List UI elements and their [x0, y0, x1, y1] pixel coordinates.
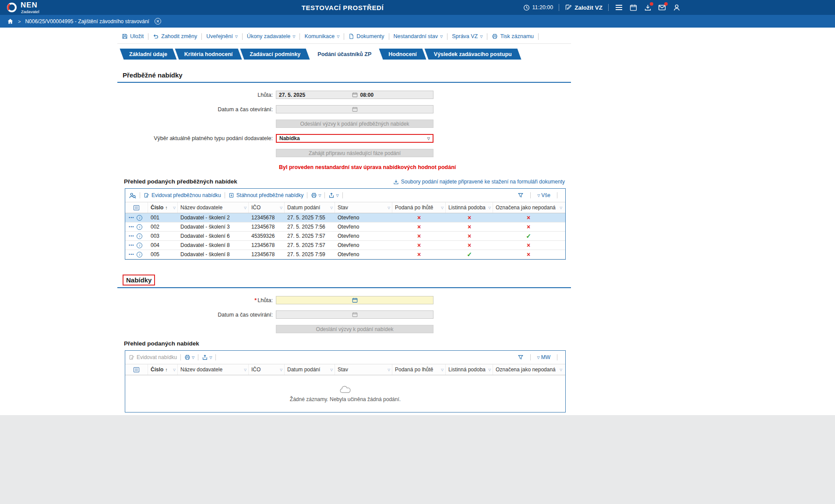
filter-button[interactable] — [518, 192, 524, 198]
export-icon — [328, 192, 335, 198]
table-row[interactable]: ••• i 005 Dodavatel - školení 8 12345678… — [125, 250, 565, 259]
table-row[interactable]: ••• i 001 Dodavatel - školení 2 12345678… — [125, 213, 565, 222]
column-filter-icon[interactable]: ▽ — [441, 206, 444, 210]
divider — [225, 192, 225, 198]
column-header-nazev-dodavatele[interactable]: Název dodavatele ▽ — [178, 202, 249, 213]
tab-kriteria-hodnoceni[interactable]: Kritéria hodnocení — [177, 49, 240, 60]
user-profile-button[interactable] — [672, 3, 681, 12]
print-table-button[interactable]: ▽ — [311, 192, 321, 198]
print-table-button[interactable]: ▽ — [184, 354, 194, 360]
calendar-button[interactable] — [629, 3, 638, 12]
column-filter-icon[interactable]: ▽ — [560, 368, 562, 372]
column-header-stav[interactable]: Stav ▽ — [335, 364, 392, 375]
nen-logo[interactable]: NEN Zadavatel — [6, 1, 39, 14]
filter-scope-select[interactable]: ▽ Vše — [537, 192, 550, 198]
column-settings-button[interactable] — [125, 202, 148, 213]
documents-button[interactable]: Dokumenty — [348, 33, 385, 39]
tab-hodnoceni[interactable]: Hodnocení — [381, 49, 424, 60]
deadline-field[interactable]: 27. 5. 2025 08:00 — [276, 91, 433, 99]
column-filter-icon[interactable]: ▽ — [330, 206, 333, 210]
tab-zadavaci-podminky[interactable]: Zadávací podmínky — [242, 49, 308, 60]
close-record-button[interactable] — [155, 18, 161, 25]
save-button[interactable]: Uložit — [121, 33, 144, 39]
table-row[interactable]: ••• i 002 Dodavatel - školení 3 12345678… — [125, 222, 565, 232]
divider — [530, 354, 531, 360]
breadcrumb-item[interactable]: N006/25/V00004995 - Zajištění závodního … — [25, 18, 149, 25]
brand-name: NEN — [21, 1, 39, 9]
column-filter-icon[interactable]: ▽ — [388, 368, 390, 372]
column-header-podana-po-lhute[interactable]: Podaná po lhůtě ▽ — [392, 364, 446, 375]
column-filter-icon[interactable]: ▽ — [244, 368, 247, 372]
table-row[interactable]: ••• i 004 Dodavatel - školení 8 12345678… — [125, 241, 565, 250]
table-row[interactable]: ••• i 003 Dodavatel - školení 6 45359326… — [125, 232, 565, 241]
column-header-listinna-podoba[interactable]: Listinná podoba ▽ — [446, 364, 493, 375]
row-info-icon[interactable]: i — [137, 252, 142, 257]
column-filter-icon[interactable]: ▽ — [560, 206, 562, 210]
column-filter-icon[interactable]: ▽ — [330, 368, 333, 372]
column-header-datum-podani[interactable]: Datum podání ▽ — [285, 202, 335, 213]
calendar-picker-icon[interactable] — [352, 297, 358, 303]
calendar-picker-icon[interactable] — [352, 92, 358, 98]
row-menu-icon[interactable]: ••• — [129, 252, 134, 257]
chevron-down-icon: ▽ — [427, 137, 430, 141]
home-button[interactable] — [7, 18, 14, 25]
column-filter-icon[interactable]: ▽ — [388, 206, 390, 210]
filter-button[interactable] — [518, 354, 524, 360]
column-filter-icon[interactable]: ▽ — [280, 368, 282, 372]
column-header-cislo[interactable]: Číslo↑ ▽ — [148, 364, 178, 375]
submission-files-link[interactable]: Soubory podání najdete připravené ke sta… — [393, 179, 565, 185]
row-info-icon[interactable]: i — [137, 243, 142, 248]
column-filter-icon[interactable]: ▽ — [173, 206, 176, 210]
authority-tasks-menu[interactable]: Úkony zadavatele ▽ — [246, 33, 296, 39]
messages-button[interactable] — [658, 3, 666, 12]
main-menu-button[interactable] — [614, 3, 623, 12]
column-header-ico[interactable]: IČO ▽ — [249, 202, 285, 213]
search-supplier-button[interactable] — [129, 192, 136, 199]
register-preliminary-offer-button[interactable]: Evidovat předběžnou nabídku — [144, 192, 221, 198]
column-header-oznacena-jako-nepodana[interactable]: Označena jako nepodaná ▽ — [493, 202, 564, 213]
export-table-button[interactable]: ▽ — [328, 192, 338, 198]
column-filter-icon[interactable]: ▽ — [441, 368, 444, 372]
download-preliminary-offers-button[interactable]: Stáhnout předběžné nabídky — [229, 192, 303, 198]
tab-podani-ucastniku-zp[interactable]: Podání účastníků ZP — [310, 49, 379, 60]
column-filter-icon[interactable]: ▽ — [280, 206, 282, 210]
create-vz-button[interactable]: Založit VZ — [565, 4, 602, 11]
tab-vysledek-zadavaciho-postupu[interactable]: Výsledek zadávacího postupu — [426, 49, 519, 60]
row-menu-icon[interactable]: ••• — [129, 243, 134, 247]
tab-zakladni-udaje[interactable]: Základní údaje — [122, 49, 175, 60]
column-header-cislo[interactable]: Číslo↑ ▽ — [148, 202, 178, 213]
column-settings-button[interactable] — [125, 364, 148, 375]
export-table-button[interactable]: ▽ — [202, 354, 212, 360]
column-filter-icon[interactable]: ▽ — [244, 206, 247, 210]
column-header-podana-po-lhute[interactable]: Podaná po lhůtě ▽ — [392, 202, 446, 213]
column-header-nazev-dodavatele[interactable]: Název dodavatele ▽ — [178, 364, 249, 375]
filter-funnel-icon — [518, 354, 524, 360]
column-filter-icon[interactable]: ▽ — [173, 368, 176, 372]
deadline-label: Lhůta: — [117, 92, 276, 98]
row-info-icon[interactable]: i — [137, 215, 142, 221]
top-bar: NEN Zadavatel TESTOVACÍ PROSTŘEDÍ 11:20:… — [0, 0, 835, 15]
submission-type-select[interactable]: Nabídka ▽ — [276, 134, 433, 143]
column-header-oznacena-jako-nepodana[interactable]: Označena jako nepodaná ▽ — [493, 364, 564, 375]
row-info-icon[interactable]: i — [137, 233, 142, 239]
column-header-stav[interactable]: Stav ▽ — [335, 202, 392, 213]
column-header-ico[interactable]: IČO ▽ — [249, 364, 285, 375]
print-record-button[interactable]: Tisk záznamu — [491, 33, 535, 39]
nonstandard-state-menu[interactable]: Nestandardní stav ▽ — [393, 33, 444, 39]
downloads-button[interactable] — [643, 3, 652, 12]
column-header-datum-podani[interactable]: Datum podání ▽ — [285, 364, 335, 375]
vz-administration-menu[interactable]: Správa VZ ▽ — [451, 33, 483, 39]
communication-menu[interactable]: Komunikace ▽ — [303, 33, 340, 39]
discard-changes-button[interactable]: Zahodit změny — [152, 33, 198, 39]
column-header-listinna-podoba[interactable]: Listinná podoba ▽ — [446, 202, 493, 213]
column-filter-icon[interactable]: ▽ — [488, 206, 491, 210]
offers-deadline-field[interactable] — [276, 296, 433, 304]
row-info-icon[interactable]: i — [137, 224, 142, 230]
row-menu-icon[interactable]: ••• — [129, 215, 134, 220]
row-menu-icon[interactable]: ••• — [129, 234, 134, 238]
row-menu-icon[interactable]: ••• — [129, 225, 134, 229]
publish-menu[interactable]: Uveřejnění ▽ — [205, 33, 239, 39]
deadline-time-value: 08:00 — [358, 92, 433, 98]
filter-scope-select[interactable]: ▽ MW — [537, 354, 550, 360]
column-filter-icon[interactable]: ▽ — [488, 368, 491, 372]
